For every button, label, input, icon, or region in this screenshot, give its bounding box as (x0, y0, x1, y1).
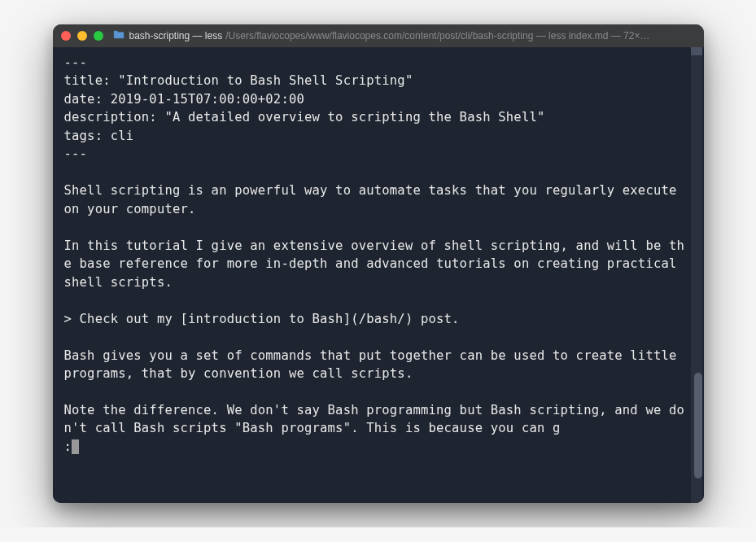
title-main: bash-scripting — less (129, 30, 223, 42)
scrollbar-thumb[interactable] (694, 373, 702, 479)
terminal-content: --- title: "Introduction to Bash Shell S… (64, 54, 693, 456)
text-line: date: 2019-01-15T07:00:00+02:00 (64, 92, 305, 107)
folder-icon (113, 30, 125, 42)
text-line: Bash gives you a set of commands that pu… (64, 348, 685, 381)
text-line: > Check out my [introduction to Bash](/b… (64, 312, 460, 326)
text-line: In this tutorial I give an extensive ove… (64, 238, 685, 290)
text-line: --- (64, 55, 88, 70)
text-line: Note the difference. We don't say Bash p… (64, 403, 685, 435)
minimize-icon[interactable] (77, 31, 87, 41)
traffic-lights (61, 31, 103, 41)
window-title: bash-scripting — less /Users/flaviocopes… (113, 30, 696, 42)
cursor (72, 439, 79, 454)
prompt-char: : (64, 438, 72, 456)
close-icon[interactable] (61, 31, 71, 41)
text-line: title: "Introduction to Bash Shell Scrip… (64, 73, 413, 88)
titlebar[interactable]: bash-scripting — less /Users/flaviocopes… (53, 24, 704, 47)
scrollbar-marker (691, 47, 702, 55)
text-line: tags: cli (64, 129, 134, 143)
text-line: description: "A detailed overview to scr… (64, 110, 545, 125)
text-line: Shell scripting is an powerful way to au… (64, 183, 685, 216)
maximize-icon[interactable] (94, 31, 103, 41)
title-sub: /Users/flaviocopes/www/flaviocopes.com/c… (225, 30, 649, 42)
text-line: --- (64, 146, 88, 161)
terminal-window: bash-scripting — less /Users/flaviocopes… (53, 24, 704, 503)
less-prompt[interactable]: : (64, 438, 693, 456)
terminal-body[interactable]: --- title: "Introduction to Bash Shell S… (53, 47, 704, 503)
